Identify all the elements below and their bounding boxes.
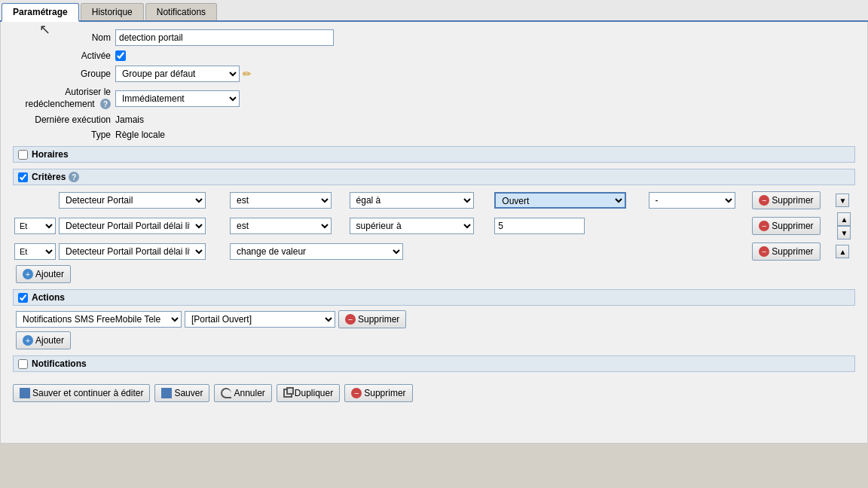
main-content: Nom Activée Groupe Groupe par défaut ✏ A… [0, 22, 868, 444]
minus-icon-action: − [345, 314, 356, 325]
minus-icon-3: − [759, 246, 769, 257]
horaires-checkbox[interactable] [18, 150, 28, 160]
groupe-edit-icon[interactable]: ✏ [243, 68, 252, 80]
cancel-button[interactable]: Annuler [214, 384, 271, 402]
tab-parametrage[interactable]: Paramétrage [2, 3, 79, 22]
groupe-row: Groupe Groupe par défaut ✏ [13, 66, 855, 82]
criteria-op1-2[interactable]: est [230, 218, 332, 234]
criteria-up-2[interactable]: ▲ [837, 212, 851, 226]
save-continue-button[interactable]: Sauver et continuer à éditer [13, 384, 150, 402]
plus-icon-criteria: + [23, 269, 33, 279]
criteres-help-icon[interactable]: ? [69, 172, 79, 182]
minus-icon-1: − [759, 195, 769, 206]
add-criteria-wrapper: + Ajouter [13, 265, 855, 283]
criteria-down-2[interactable]: ▼ [837, 226, 851, 239]
save-button[interactable]: Sauver [154, 384, 209, 402]
criteria-down-1[interactable]: ▼ [836, 194, 849, 207]
derniere-row: Dernière exécution Jamais [13, 114, 855, 125]
action-type-select[interactable]: Notifications SMS FreeMobile Tele [16, 311, 182, 328]
criteria-detector-1[interactable]: Detecteur Portail [59, 192, 206, 209]
save-continue-icon [20, 388, 30, 398]
criteria-op2-1[interactable]: égal à [350, 192, 474, 209]
criteria-table: Detecteur Portail est égal à [13, 190, 855, 262]
cancel-icon [221, 388, 231, 398]
activee-row: Activée [13, 50, 855, 61]
criteria-connector-2[interactable]: Et [14, 218, 56, 234]
activee-checkbox[interactable] [115, 50, 126, 61]
add-criteria-button[interactable]: + Ajouter [16, 265, 71, 283]
criteria-remove-3[interactable]: − Supprimer [752, 242, 820, 261]
criteria-remove-2[interactable]: − Supprimer [752, 217, 820, 235]
notifications-checkbox[interactable] [18, 359, 28, 369]
tab-notifications[interactable]: Notifications [145, 3, 217, 20]
criteres-label: Critères [32, 172, 66, 182]
criteria-row-2: Et Detecteur Portail Portail délai litté… [13, 211, 855, 241]
duplicate-button[interactable]: Dupliquer [277, 384, 340, 402]
add-action-wrapper: + Ajouter [13, 331, 855, 349]
actions-label: Actions [32, 292, 65, 303]
actions-checkbox[interactable] [18, 293, 28, 303]
type-value: Règle locale [115, 130, 165, 140]
autoriser-row: Autoriser le redéclenchement ? Immédiate… [13, 87, 855, 110]
derniere-value: Jamais [115, 114, 144, 125]
criteria-row-3: Et Detecteur Portail Portail délai litté… [13, 241, 855, 262]
nom-label: Nom [13, 32, 111, 43]
criteria-op2-2[interactable]: supérieur à [350, 218, 474, 234]
tabs-bar: Paramétrage Historique Notifications [0, 0, 868, 22]
criteria-detector-2[interactable]: Detecteur Portail Portail délai littér [59, 218, 206, 234]
add-action-button[interactable]: + Ajouter [16, 331, 71, 349]
criteria-val-input-2[interactable] [494, 218, 585, 234]
derniere-label: Dernière exécution [13, 114, 111, 125]
criteria-op1-3[interactable]: change de valeur [230, 243, 403, 260]
action-remove-button[interactable]: − Supprimer [338, 310, 406, 328]
criteres-section: Critères ? [13, 169, 855, 185]
type-row: Type Règle locale [13, 130, 855, 140]
groupe-select[interactable]: Groupe par défaut [115, 66, 240, 82]
criteria-val-1[interactable]: Ouvert [494, 192, 626, 209]
criteres-checkbox[interactable] [18, 172, 28, 182]
criteria-detector-3[interactable]: Detecteur Portail Portail délai littér [59, 243, 206, 260]
criteria-remove-1[interactable]: − Supprimer [752, 191, 820, 209]
type-label: Type [13, 130, 111, 140]
delete-icon: − [351, 388, 362, 398]
autoriser-help-icon[interactable]: ? [100, 99, 111, 109]
autoriser-select[interactable]: Immédiatement [115, 90, 240, 107]
criteria-row-1: Detecteur Portail est égal à [13, 190, 855, 211]
bottom-buttons: Sauver et continuer à éditer Sauver Annu… [13, 377, 855, 402]
notifications-label: Notifications [32, 358, 87, 369]
activee-label: Activée [13, 50, 111, 61]
groupe-label: Groupe [13, 69, 111, 79]
notifications-section: Notifications [13, 355, 855, 372]
delete-button[interactable]: − Supprimer [344, 384, 412, 402]
duplicate-icon [283, 389, 292, 398]
save-icon [161, 388, 172, 398]
criteria-dash-1[interactable]: - [649, 192, 735, 209]
autoriser-label: Autoriser le redéclenchement ? [13, 87, 111, 110]
action-row: Notifications SMS FreeMobile Tele [Porta… [13, 310, 855, 328]
criteria-connector-3[interactable]: Et [14, 243, 56, 260]
action-value-select[interactable]: [Portail Ouvert] [185, 311, 335, 328]
actions-section: Actions [13, 289, 855, 306]
criteria-op1-1[interactable]: est [230, 192, 332, 209]
horaires-section: Horaires [13, 146, 855, 163]
nom-row: Nom [13, 29, 855, 46]
nom-input[interactable] [115, 29, 334, 46]
minus-icon-2: − [759, 221, 769, 231]
plus-icon-action: + [23, 335, 33, 346]
criteria-up-3[interactable]: ▲ [836, 245, 849, 258]
tab-historique[interactable]: Historique [81, 3, 144, 20]
horaires-label: Horaires [32, 149, 69, 160]
criteria-arrows-2: ▲ ▼ [836, 212, 851, 239]
